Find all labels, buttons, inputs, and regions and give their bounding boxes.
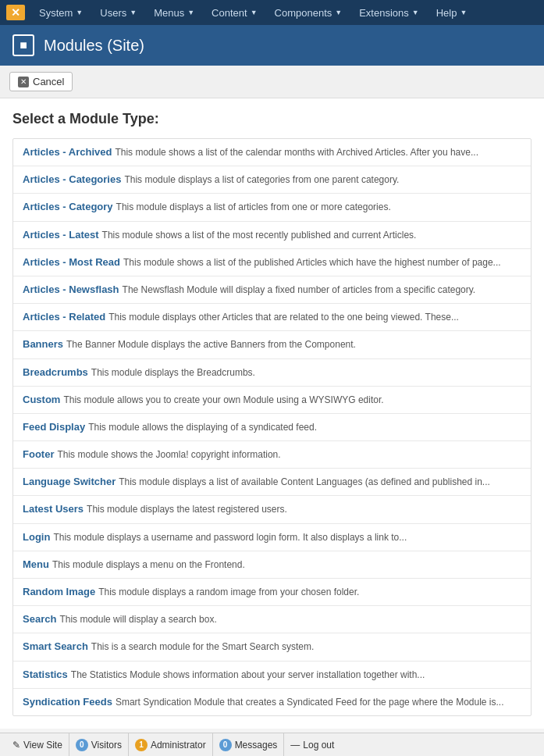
toolbar: ✕ Cancel — [0, 66, 544, 98]
page-header: ■ Modules (Site) — [0, 25, 544, 66]
system-caret: ▼ — [76, 9, 83, 16]
module-name[interactable]: Feed Display — [23, 421, 85, 433]
module-item[interactable]: Syndication FeedsSmart Syndication Modul… — [13, 689, 531, 715]
module-description: This module shows a list of the most rec… — [102, 230, 417, 241]
module-name[interactable]: Menu — [23, 558, 49, 570]
content-caret: ▼ — [251, 9, 258, 16]
module-description: This module allows the displaying of a s… — [88, 422, 317, 433]
module-name[interactable]: Banners — [23, 338, 63, 350]
module-description: This module displays a list of categorie… — [124, 174, 399, 185]
module-name[interactable]: Articles - Newsflash — [23, 284, 119, 295]
module-description: The Newsflash Module will display a fixe… — [123, 284, 476, 295]
section-title: Select a Module Type: — [12, 111, 532, 127]
module-description: This module displays a random image from… — [98, 587, 359, 597]
module-description: This module displays other Articles that… — [108, 312, 459, 323]
top-navigation: ✕ System ▼ Users ▼ Menus ▼ Content ▼ Com… — [0, 0, 544, 25]
nav-users[interactable]: Users ▼ — [92, 0, 144, 25]
nav-content[interactable]: Content ▼ — [204, 0, 265, 25]
module-item[interactable]: FooterThis module shows the Joomla! copy… — [13, 441, 531, 469]
module-item[interactable]: Articles - CategoriesThis module display… — [13, 166, 531, 194]
module-item[interactable]: Articles - ArchivedThis module shows a l… — [13, 139, 531, 166]
module-list: Articles - ArchivedThis module shows a l… — [12, 138, 532, 716]
components-caret: ▼ — [335, 9, 342, 16]
module-item[interactable]: LoginThis module displays a username and… — [13, 524, 531, 551]
view-site-link[interactable]: ✎ View Site — [6, 733, 69, 752]
module-item[interactable]: Articles - RelatedThis module displays o… — [13, 304, 531, 331]
module-item[interactable]: Articles - CategoryThis module displays … — [13, 194, 531, 221]
module-item[interactable]: BannersThe Banner Module displays the ac… — [13, 331, 531, 358]
module-name[interactable]: Footer — [23, 448, 54, 460]
module-description: This module displays a list of articles … — [116, 201, 391, 212]
module-name[interactable]: Login — [23, 531, 50, 543]
module-description: This module shows a list of the publishe… — [123, 257, 501, 268]
administrator-badge: 1 — [135, 739, 148, 751]
module-item[interactable]: Articles - LatestThis module shows a lis… — [13, 222, 531, 249]
module-description: Smart Syndication Module that creates a … — [116, 697, 504, 708]
module-description: The Statistics Module shows information … — [71, 669, 425, 680]
module-item[interactable]: Smart SearchThis is a search module for … — [13, 633, 531, 661]
module-description: This module displays the latest register… — [87, 504, 287, 515]
administrator-item[interactable]: 1 Administrator — [129, 733, 213, 752]
module-item[interactable]: Feed DisplayThis module allows the displ… — [13, 414, 531, 441]
module-item[interactable]: StatisticsThe Statistics Module shows in… — [13, 662, 531, 689]
messages-badge: 0 — [219, 739, 232, 751]
module-name[interactable]: Search — [23, 613, 56, 625]
nav-system[interactable]: System ▼ — [31, 0, 91, 25]
module-item[interactable]: Articles - Most ReadThis module shows a … — [13, 249, 531, 276]
extensions-caret: ▼ — [412, 9, 419, 16]
joomla-logo: ✕ — [6, 5, 25, 20]
module-item[interactable]: Random ImageThis module displays a rando… — [13, 579, 531, 606]
module-item[interactable]: Latest UsersThis module displays the lat… — [13, 496, 531, 523]
module-name[interactable]: Articles - Category — [23, 201, 113, 212]
module-description: The Banner Module displays the active Ba… — [66, 339, 356, 350]
module-item[interactable]: BreadcrumbsThis module displays the Brea… — [13, 359, 531, 387]
module-item[interactable]: MenuThis module displays a menu on the F… — [13, 551, 531, 579]
nav-extensions[interactable]: Extensions ▼ — [351, 0, 427, 25]
module-item[interactable]: SearchThis module will display a search … — [13, 606, 531, 633]
page-title: Modules (Site) — [44, 37, 144, 55]
module-name[interactable]: Random Image — [23, 586, 95, 597]
modules-icon: ■ — [12, 34, 34, 56]
module-name[interactable]: Smart Search — [23, 640, 88, 652]
nav-help[interactable]: Help ▼ — [428, 0, 475, 25]
module-item[interactable]: Language SwitcherThis module displays a … — [13, 469, 531, 496]
module-name[interactable]: Custom — [23, 394, 60, 405]
module-name[interactable]: Articles - Archived — [23, 146, 112, 158]
module-name[interactable]: Statistics — [23, 669, 68, 680]
status-bar: ✎ View Site 0 Visitors 1 Administrator 0… — [0, 733, 544, 752]
help-caret: ▼ — [460, 9, 467, 16]
module-name[interactable]: Latest Users — [23, 503, 84, 515]
module-name[interactable]: Breadcrumbs — [23, 366, 88, 378]
module-name[interactable]: Articles - Latest — [23, 229, 99, 241]
module-name[interactable]: Articles - Categories — [23, 173, 121, 185]
logout-icon: — — [290, 740, 300, 751]
visitors-item[interactable]: 0 Visitors — [69, 733, 129, 752]
visitors-badge: 0 — [76, 739, 88, 751]
module-description: This module displays a menu on the Front… — [52, 559, 245, 570]
module-item[interactable]: CustomThis module allows you to create y… — [13, 387, 531, 414]
logout-item[interactable]: — Log out — [284, 733, 340, 752]
module-name[interactable]: Language Switcher — [23, 476, 116, 487]
module-description: This module displays a username and pass… — [53, 532, 407, 543]
module-item[interactable]: Articles - NewsflashThe Newsflash Module… — [13, 276, 531, 304]
main-content: Select a Module Type: Articles - Archive… — [0, 98, 544, 729]
module-description: This module shows a list of the calendar… — [115, 147, 478, 158]
module-description: This module displays a list of available… — [119, 476, 490, 487]
module-name[interactable]: Articles - Most Read — [23, 256, 120, 268]
module-description: This module displays the Breadcrumbs. — [91, 367, 255, 378]
module-description: This module allows you to create your ow… — [63, 394, 383, 405]
menus-caret: ▼ — [187, 9, 194, 16]
users-caret: ▼ — [130, 9, 137, 16]
cancel-icon: ✕ — [18, 77, 29, 87]
module-name[interactable]: Syndication Feeds — [23, 696, 112, 708]
module-name[interactable]: Articles - Related — [23, 311, 105, 323]
module-description: This is a search module for the Smart Se… — [91, 641, 314, 652]
nav-menus[interactable]: Menus ▼ — [146, 0, 202, 25]
cancel-button[interactable]: ✕ Cancel — [9, 72, 73, 91]
view-site-icon: ✎ — [12, 740, 20, 751]
module-description: This module will display a search box. — [59, 614, 216, 625]
messages-item[interactable]: 0 Messages — [213, 733, 285, 752]
nav-components[interactable]: Components ▼ — [267, 0, 350, 25]
module-description: This module shows the Joomla! copyright … — [57, 449, 280, 460]
